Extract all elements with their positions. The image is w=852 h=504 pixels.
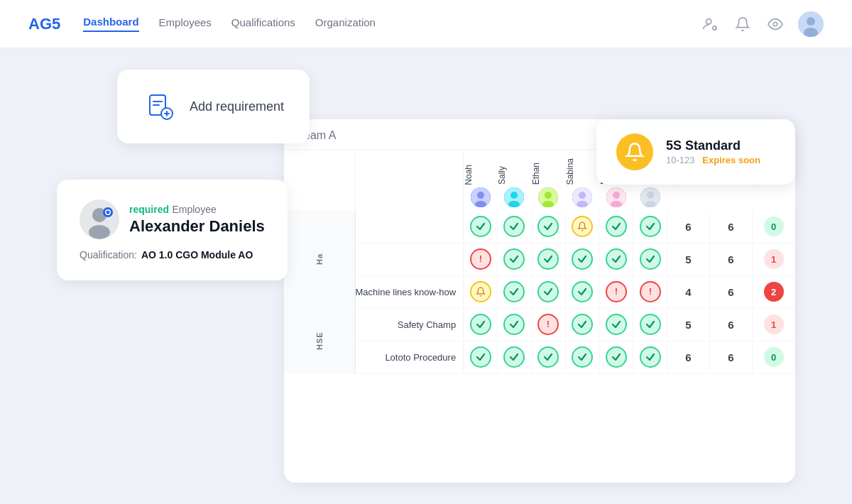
main-content: Add requirement required Employee bbox=[0, 48, 852, 504]
skill-name-cell bbox=[355, 210, 464, 243]
status-cell-3 bbox=[565, 210, 599, 243]
notification-subtitle: 10-123 Expires soon bbox=[666, 155, 760, 165]
required-cell: 6 bbox=[710, 341, 753, 373]
achieved-cell: 4 bbox=[667, 275, 710, 308]
person-search-icon[interactable] bbox=[700, 14, 720, 34]
employee-status: required Employee bbox=[129, 203, 265, 216]
ethan-avatar-cell bbox=[531, 185, 565, 210]
required-header-blank bbox=[710, 185, 753, 210]
svg-text:!: ! bbox=[648, 287, 651, 297]
status-warn-icon bbox=[470, 281, 491, 302]
qualification-value: AO 1.0 CGO Module AO bbox=[141, 249, 253, 261]
svg-point-0 bbox=[706, 18, 711, 23]
nav-employees[interactable]: Employees bbox=[159, 16, 212, 31]
sabina-avatar bbox=[572, 187, 592, 207]
skill-header bbox=[355, 150, 464, 185]
matrix-row: HSESafety Champ ! 561 bbox=[284, 308, 795, 341]
svg-point-24 bbox=[579, 192, 586, 199]
notification-bell-wrapper bbox=[616, 133, 653, 170]
svg-point-18 bbox=[510, 192, 518, 199]
status-cell-3 bbox=[565, 243, 599, 275]
status-ok-icon bbox=[640, 216, 661, 237]
gap-cell: 0 bbox=[753, 341, 795, 373]
add-requirement-label: Add requirement bbox=[190, 99, 284, 114]
sabina-avatar-cell bbox=[565, 185, 599, 210]
add-requirement-card[interactable]: Add requirement bbox=[117, 70, 310, 143]
status-ok-icon bbox=[640, 346, 661, 368]
status-cell-4 bbox=[599, 341, 633, 373]
gap-cell: 0 bbox=[753, 210, 795, 243]
employee-avatar bbox=[80, 199, 119, 239]
qualification-row: Qualification: AO 1.0 CGO Module AO bbox=[80, 249, 265, 261]
avatar-header-row bbox=[284, 185, 795, 210]
ethan-avatar bbox=[538, 187, 558, 207]
category-cell-hse: HSE bbox=[284, 308, 355, 373]
status-cell-5 bbox=[633, 341, 667, 373]
status-ok-icon bbox=[537, 216, 559, 237]
status-ok-icon bbox=[572, 346, 593, 368]
status-cell-3 bbox=[565, 275, 599, 308]
status-error-icon: ! bbox=[470, 248, 491, 270]
status-ok-icon bbox=[503, 346, 525, 368]
sally-avatar-cell bbox=[497, 185, 531, 210]
user-avatar[interactable] bbox=[798, 11, 824, 37]
matrix-table-wrapper[interactable]: Noah Sally Ethan Sabina Michelle bbox=[284, 150, 795, 476]
achieved-cell: 5 bbox=[667, 243, 710, 275]
status-ok-icon bbox=[640, 248, 661, 270]
status-cell-3 bbox=[565, 341, 599, 373]
status-cell-1 bbox=[497, 341, 531, 373]
employee-name: Alexander Daniels bbox=[129, 217, 265, 236]
status-ok-icon bbox=[503, 248, 525, 270]
notification-card[interactable]: 5S Standard 10-123 Expires soon bbox=[596, 119, 795, 185]
noah-avatar-cell bbox=[464, 185, 498, 210]
status-cell-4: ! bbox=[599, 275, 633, 308]
status-ok-icon bbox=[606, 248, 627, 270]
gap-header-blank bbox=[753, 185, 795, 210]
matrix-row: Lototo Procedure 660 bbox=[284, 341, 795, 373]
sally-avatar bbox=[504, 187, 524, 207]
gap-badge-zero: 0 bbox=[764, 347, 784, 367]
notification-title: 5S Standard bbox=[666, 138, 760, 153]
michelle-avatar bbox=[606, 187, 626, 207]
status-cell-0 bbox=[464, 308, 498, 341]
category-col-blank bbox=[284, 185, 355, 210]
required-cell: 6 bbox=[710, 243, 753, 275]
eye-icon[interactable] bbox=[765, 14, 785, 34]
gap-cell: 2 bbox=[753, 275, 795, 308]
nav-qualifications[interactable]: Qualifications bbox=[231, 16, 295, 31]
status-ok-icon bbox=[503, 314, 525, 335]
required-cell: 6 bbox=[710, 275, 753, 308]
svg-point-4 bbox=[807, 17, 815, 26]
status-ok-icon bbox=[537, 346, 559, 368]
svg-point-27 bbox=[613, 192, 620, 199]
nav-dashboard[interactable]: Dashboard bbox=[83, 16, 138, 32]
qualification-label: Qualification: bbox=[80, 249, 137, 261]
svg-point-2 bbox=[773, 22, 777, 26]
status-cell-5 bbox=[633, 243, 667, 275]
gap-badge-two: 2 bbox=[764, 282, 784, 302]
employee-info: required Employee Alexander Daniels bbox=[129, 203, 265, 236]
nav-icons bbox=[700, 11, 824, 37]
status-cell-5: ! bbox=[633, 275, 667, 308]
add-requirement-icon bbox=[143, 89, 177, 124]
gap-badge-one: 1 bbox=[764, 314, 784, 334]
logan-avatar-cell bbox=[633, 185, 667, 210]
achieved-cell: 6 bbox=[667, 341, 710, 373]
status-ok-icon bbox=[572, 248, 593, 270]
status-cell-5 bbox=[633, 308, 667, 341]
skill-name-cell: Lototo Procedure bbox=[355, 341, 464, 373]
bell-icon[interactable] bbox=[733, 14, 753, 34]
status-cell-0 bbox=[464, 275, 498, 308]
svg-text:!: ! bbox=[479, 254, 481, 264]
required-badge: required bbox=[129, 204, 169, 215]
nav-organization[interactable]: Organization bbox=[315, 16, 376, 31]
status-ok-icon bbox=[640, 314, 661, 335]
employee-role: Employee bbox=[172, 204, 216, 215]
status-error-icon: ! bbox=[606, 281, 627, 302]
svg-point-21 bbox=[545, 192, 552, 199]
svg-point-15 bbox=[477, 192, 484, 199]
status-cell-0: ! bbox=[464, 243, 498, 275]
status-cell-4 bbox=[599, 243, 633, 275]
noah-avatar bbox=[471, 187, 491, 207]
gap-badge-one: 1 bbox=[764, 249, 784, 269]
